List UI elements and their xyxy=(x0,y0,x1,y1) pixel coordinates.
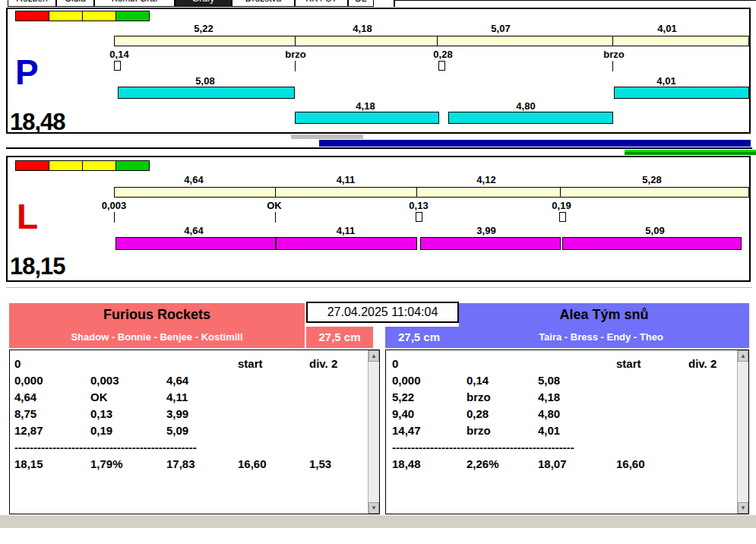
lane-p-split-label: 4,01 xyxy=(657,23,676,34)
tabbar-divider xyxy=(394,0,395,7)
lane-l-letter: L xyxy=(17,199,38,234)
table-cell: 4,64 xyxy=(166,374,188,387)
status-bar xyxy=(0,515,756,528)
table-cell: 14,47 xyxy=(392,424,421,437)
scroll-up-button[interactable]: ▲ xyxy=(738,350,748,362)
left-results-table: 0 start div. 2 0,000 0,003 4,64 4,64 OK … xyxy=(9,349,380,514)
lane-p-timeline-bar xyxy=(114,36,749,46)
table-cell: 5,09 xyxy=(166,424,188,437)
table-cell: 4,64 xyxy=(14,391,36,403)
lane-l-split-label: 4,11 xyxy=(337,174,356,185)
table-cell: 0,19 xyxy=(90,424,112,437)
lane-p-split-label: 5,22 xyxy=(194,23,213,34)
lane-l-reaction-label: OK xyxy=(267,200,282,211)
lane-p-reaction-label: brzo xyxy=(603,49,624,60)
lane-l-reaction-label: 0,19 xyxy=(552,200,571,211)
lane-l-bar-label: 5,09 xyxy=(645,225,664,236)
left-table-scrollbar[interactable]: ▲ ▼ xyxy=(368,350,379,514)
lane-p-bar-label: 5,08 xyxy=(195,75,214,87)
scroll-down-button[interactable]: ▼ xyxy=(369,502,379,514)
tab-cidla[interactable]: Čidla xyxy=(56,0,94,7)
lane-p-split-label: 4,18 xyxy=(353,23,372,34)
table-cell: 0,000 xyxy=(14,374,43,387)
table-cell: 0 xyxy=(392,357,398,370)
reaction-mark-line xyxy=(612,61,613,71)
lane-l-split-bar xyxy=(420,237,561,250)
table-cell: brzo xyxy=(467,391,491,403)
lane-p-split-bar xyxy=(614,87,749,99)
table-cell: 17,83 xyxy=(166,457,195,470)
right-team-name: Alea Tým snů xyxy=(459,303,749,327)
lane-p-bar-label: 4,01 xyxy=(656,75,675,87)
lane-l-indicator-red xyxy=(15,160,49,171)
table-cell: 12,87 xyxy=(14,424,43,437)
lane-p-bar-label: 4,80 xyxy=(516,100,535,112)
table-cell: 4,18 xyxy=(538,391,560,403)
tab-kombi-graf[interactable]: Kombi Graf xyxy=(94,0,175,7)
table-separator: ----------------------------------------… xyxy=(14,441,197,454)
reaction-mark-box xyxy=(438,61,445,71)
table-cell: 4,01 xyxy=(538,424,560,437)
lane-l-reaction-label: 0,13 xyxy=(409,200,428,211)
table-cell: brzo xyxy=(467,424,491,437)
table-cell: 0,000 xyxy=(392,374,421,387)
tab-druzstva[interactable]: Družstva xyxy=(232,0,295,7)
section-divider xyxy=(6,287,752,288)
reaction-mark-box xyxy=(114,61,121,71)
left-distance-badge: 27,5 cm xyxy=(306,327,373,348)
lane-p-indicator-yellow1 xyxy=(49,11,83,21)
right-results-table: 0 start div. 2 0,000 0,14 5,08 5,22 brzo… xyxy=(385,349,749,514)
app-window: Rozběh Čidla Kombi Graf Grafy Družstva K… xyxy=(0,0,756,544)
timeline-tick xyxy=(295,36,296,46)
tab-dl[interactable]: DL xyxy=(348,0,374,7)
lane-p-bar-label: 4,18 xyxy=(356,100,375,112)
tab-kk-st[interactable]: KK / ST xyxy=(295,0,348,7)
right-table-scrollbar[interactable]: ▲ ▼ xyxy=(737,350,748,514)
lane-l-split-label: 4,12 xyxy=(476,174,495,185)
lane-l-indicator-yellow1 xyxy=(49,160,83,171)
table-cell: 0,13 xyxy=(90,407,112,420)
lane-l-split-bar xyxy=(276,237,417,250)
gray-progress-segment xyxy=(291,134,363,139)
left-team-members: Shadow - Bonnie - Benjee - Kostimill xyxy=(9,327,305,348)
reaction-mark-line xyxy=(295,61,296,71)
timeline-tick xyxy=(437,36,438,46)
table-cell: OK xyxy=(90,391,108,403)
table-cell: start xyxy=(238,357,263,370)
right-team-members: Taira - Bress - Endy - Theo xyxy=(453,327,749,348)
tab-grafy[interactable]: Grafy xyxy=(175,0,232,7)
table-cell: 4,11 xyxy=(166,391,188,403)
table-cell: 16,60 xyxy=(616,457,645,470)
table-cell: 0,003 xyxy=(90,374,119,387)
reaction-mark-line xyxy=(114,212,115,223)
table-cell: div. 2 xyxy=(309,357,337,370)
table-cell: 18,15 xyxy=(14,457,43,470)
scroll-down-button[interactable]: ▼ xyxy=(738,502,748,514)
table-cell: 5,22 xyxy=(392,391,414,403)
lane-p-split-bar xyxy=(448,112,613,124)
lane-l-bar-label: 4,64 xyxy=(184,225,203,236)
table-cell: start xyxy=(616,357,641,370)
scroll-up-button[interactable]: ▲ xyxy=(369,350,379,362)
lane-l-bar-label: 4,11 xyxy=(337,225,356,236)
tab-rozbeh[interactable]: Rozběh xyxy=(8,0,56,7)
navy-progress-bar xyxy=(319,140,751,147)
lane-l-split-bar xyxy=(562,237,742,250)
left-team-name: Furious Rockets xyxy=(9,303,305,327)
lane-p-split-label: 5,07 xyxy=(491,23,510,34)
timeline-tick xyxy=(612,36,613,46)
table-cell: 0 xyxy=(14,357,21,370)
lane-l-split-label: 4,64 xyxy=(184,174,203,185)
lane-l-indicator-green xyxy=(115,160,150,171)
reaction-mark-line xyxy=(275,212,276,223)
lane-p-reaction-label: brzo xyxy=(285,49,305,60)
lane-p-split-bar xyxy=(295,112,439,124)
table-cell: 0,14 xyxy=(467,374,489,387)
table-cell: 18,48 xyxy=(392,457,421,470)
table-separator: ----------------------------------------… xyxy=(392,441,574,454)
table-cell: 9,40 xyxy=(392,407,414,420)
reaction-mark-box xyxy=(416,212,422,222)
green-progress-bar xyxy=(625,150,756,155)
table-cell: 18,07 xyxy=(538,457,567,470)
separator-line xyxy=(6,147,752,149)
